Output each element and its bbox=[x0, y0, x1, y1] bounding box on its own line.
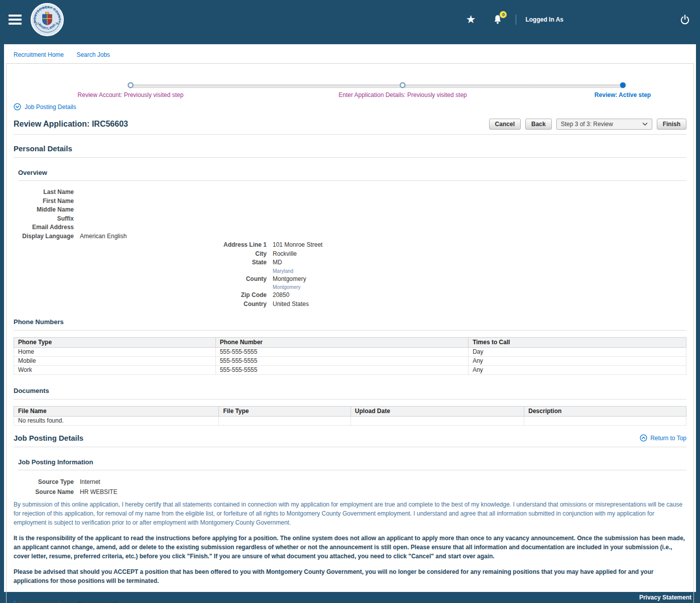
divider bbox=[18, 180, 686, 181]
file-type-header: File Type bbox=[219, 407, 351, 417]
step-circle-visited-icon bbox=[400, 82, 406, 88]
field-address-line-1: Address Line 1 101 Monroe Street bbox=[14, 241, 686, 250]
logged-in-as-label[interactable]: Logged In As bbox=[525, 16, 563, 23]
times-to-call-header: Times to Call bbox=[469, 338, 686, 348]
required-asterisk: * bbox=[14, 599, 16, 603]
address-fields: Address Line 1 101 Monroe Street City Ro… bbox=[14, 241, 686, 309]
return-to-top[interactable]: Return to Top bbox=[640, 434, 686, 442]
file-name-header: File Name bbox=[14, 407, 219, 417]
seal-year-right: 76 bbox=[55, 22, 58, 25]
no-results-cell: No results found. bbox=[14, 417, 219, 426]
certification-paragraph: By submission of this online application… bbox=[14, 500, 686, 527]
field-zip-code: Zip Code 20850 bbox=[14, 291, 686, 300]
field-middle-name: Middle Name bbox=[14, 206, 686, 215]
divider bbox=[14, 157, 686, 158]
topbar-right-group: ★ 0 Logged In As bbox=[466, 14, 690, 25]
field-country: Country United States bbox=[14, 300, 686, 309]
favorites-star-icon[interactable]: ★ bbox=[466, 14, 476, 25]
county-full-name-hint: Montgomery bbox=[273, 283, 686, 291]
field-last-name: Last Name bbox=[14, 188, 686, 197]
field-email-address: Email Address bbox=[14, 223, 686, 232]
divider bbox=[18, 470, 686, 470]
nav-link-search-jobs[interactable]: Search Jobs bbox=[76, 51, 110, 58]
top-app-bar: MONTGOMERY COUNTY MARYLAND 17 76 ★ 0 Log… bbox=[0, 0, 700, 44]
field-first-name: First Name bbox=[14, 197, 686, 206]
upload-date-header: Upload Date bbox=[351, 407, 524, 417]
step-enter-application-details[interactable]: Enter Application Details: Previously vi… bbox=[338, 82, 466, 98]
divider bbox=[14, 447, 686, 447]
field-county: County Montgomery bbox=[14, 275, 686, 284]
step-select[interactable]: Step 3 of 3: Review bbox=[556, 119, 652, 130]
step-circle-visited-icon bbox=[128, 82, 133, 88]
page-title: Review Application: IRC56603 bbox=[14, 120, 128, 129]
logout-power-icon[interactable] bbox=[680, 15, 690, 25]
personal-details-heading: Personal Details bbox=[14, 144, 686, 153]
accept-position-paragraph: Please be advised that should you ACCEPT… bbox=[14, 567, 686, 585]
back-button[interactable]: Back bbox=[525, 119, 552, 130]
field-suffix: Suffix bbox=[14, 215, 686, 224]
do-you-agree-label: Do you agree? bbox=[19, 600, 60, 603]
finish-button[interactable]: Finish bbox=[657, 119, 686, 130]
overview-heading: Overview bbox=[18, 169, 686, 176]
table-row-empty: No results found. bbox=[14, 417, 686, 426]
field-source-type: Source Type Internet bbox=[14, 477, 686, 487]
top-navigation: Recruitment Home Search Jobs bbox=[4, 44, 696, 63]
divider bbox=[14, 399, 686, 399]
table-row: Home 555-555-5555 Day bbox=[14, 348, 686, 357]
main-content-card: Review Account: Previously visited step … bbox=[6, 63, 694, 603]
documents-table: File Name File Type Upload Date Descript… bbox=[14, 406, 686, 426]
responsibility-paragraph: It is the responsibility of the applican… bbox=[14, 534, 686, 561]
job-posting-details-header-row: Job Posting Details Return to Top bbox=[14, 434, 686, 442]
toolbar-top: Cancel Back Step 3 of 3: Review Finish bbox=[489, 119, 686, 130]
step-circle-active-icon bbox=[620, 82, 625, 88]
divider bbox=[14, 330, 686, 331]
cancel-button[interactable]: Cancel bbox=[489, 119, 521, 130]
step-review-active: Review: Active step bbox=[595, 82, 651, 98]
seal-year-left: 17 bbox=[36, 22, 39, 25]
divider bbox=[14, 134, 686, 135]
phone-number-header: Phone Number bbox=[215, 338, 468, 348]
overview-fields: Last Name First Name Middle Name Suffix … bbox=[14, 188, 686, 241]
county-seal-logo: MONTGOMERY COUNTY MARYLAND 17 76 bbox=[31, 3, 64, 36]
title-row: Review Application: IRC56603 Cancel Back… bbox=[14, 119, 686, 130]
phone-numbers-heading: Phone Numbers bbox=[14, 318, 686, 326]
job-posting-information-heading: Job Posting Information bbox=[18, 458, 686, 466]
nav-link-recruitment-home[interactable]: Recruitment Home bbox=[14, 51, 64, 58]
agreement-question-row: * Do you agree? Do you agree? bbox=[14, 600, 686, 603]
phone-type-header: Phone Type bbox=[14, 338, 216, 348]
progress-train: Review Account: Previously visited step … bbox=[14, 74, 686, 101]
field-state: State MD bbox=[14, 258, 686, 267]
return-to-top-icon bbox=[640, 434, 647, 442]
step-review-account[interactable]: Review Account: Previously visited step bbox=[78, 82, 184, 98]
job-posting-details-link[interactable]: Job Posting Details bbox=[25, 104, 76, 111]
source-fields: Source Type Internet Source Name HR WEBS… bbox=[14, 477, 686, 497]
field-display-language: Display Language American English bbox=[14, 232, 686, 241]
notifications-bell-icon[interactable]: 0 bbox=[493, 14, 503, 25]
job-posting-details-quicklink[interactable]: Job Posting Details bbox=[14, 103, 686, 111]
field-source-name: Source Name HR WEBSITE bbox=[14, 487, 686, 497]
phone-numbers-table: Phone Type Phone Number Times to Call Ho… bbox=[14, 337, 686, 375]
job-posting-details-heading: Job Posting Details bbox=[14, 434, 83, 442]
documents-heading: Documents bbox=[14, 387, 686, 394]
table-row: Work 555-555-5555 Any bbox=[14, 366, 686, 375]
description-header: Description bbox=[524, 407, 686, 417]
expand-circle-down-icon bbox=[14, 103, 21, 111]
table-row: Mobile 555-555-5555 Any bbox=[14, 357, 686, 366]
agreement-section: * Do you agree? Do you agree? YES bbox=[14, 600, 686, 603]
topbar-divider bbox=[516, 15, 516, 25]
field-city: City Rockville bbox=[14, 250, 686, 259]
content-shell: Recruitment Home Search Jobs Review Acco… bbox=[4, 44, 696, 592]
chevron-down-icon bbox=[642, 122, 648, 126]
do-you-agree-question: Do you agree? bbox=[77, 600, 117, 603]
state-full-name-hint: Maryland bbox=[273, 267, 686, 275]
notification-count-badge: 0 bbox=[500, 11, 507, 18]
hamburger-menu-icon[interactable] bbox=[9, 15, 22, 25]
return-to-top-link[interactable]: Return to Top bbox=[650, 435, 686, 442]
